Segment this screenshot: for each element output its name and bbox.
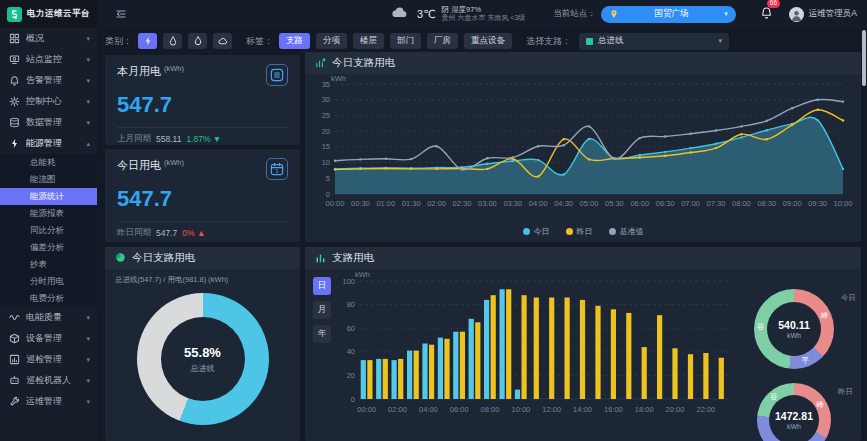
sidebar-item-device-mgmt[interactable]: 设备管理▾: [0, 328, 97, 349]
svg-text:09:30: 09:30: [808, 199, 827, 208]
month-usage-value: 547.7: [117, 92, 288, 118]
notifications-button[interactable]: 66: [760, 5, 773, 23]
svg-text:03:00: 03:00: [478, 199, 497, 208]
today-usage-card: 今日用电 (kWh) 1 547.7 昨日同期 547.7 0% ▲: [105, 149, 300, 242]
header-right: 3℃ 阴 湿度97% 贵州 六盘水市 东南风 <3级 当前站点： 国贸广场 ▾: [387, 5, 867, 24]
branch-dropdown[interactable]: 总进线▾: [579, 33, 729, 50]
legend-item-昨日[interactable]: 昨日: [566, 226, 593, 237]
tou-segment-label-谷: 谷: [757, 322, 765, 332]
svg-text:00:00: 00:00: [357, 405, 376, 414]
bar-chart-icon: [315, 249, 326, 267]
sidebar-subitem[interactable]: 抄表: [0, 256, 97, 273]
tou-yesterday-unit: kWh: [787, 423, 801, 430]
chevron-down-icon: ▾: [86, 56, 90, 64]
period-button-日[interactable]: 日: [313, 277, 331, 295]
location-pin-icon: [609, 5, 619, 23]
svg-text:10: 10: [322, 158, 330, 167]
robot-icon: [9, 375, 20, 386]
legend-dot: [523, 228, 530, 235]
svg-text:02:00: 02:00: [388, 405, 407, 414]
sidebar-menu: 概况▾站点监控▾告警管理▾控制中心▾数据管理▾能源管理▴总能耗能流图能源统计能源…: [0, 28, 97, 441]
sidebar-item-power-quality[interactable]: 电能质量▾: [0, 307, 97, 328]
sidebar-subitem[interactable]: 能源报表: [0, 205, 97, 222]
chevron-down-icon: ▾: [86, 35, 90, 43]
list-icon: [266, 64, 288, 86]
bar-chart-title: 支路用电: [332, 251, 374, 265]
type-button-electricity[interactable]: [138, 33, 157, 49]
period-button-年[interactable]: 年: [313, 325, 331, 343]
sidebar-item-overview[interactable]: 概况▾: [0, 28, 97, 49]
top-header: 电力运维云平台 3℃ 阴 湿度97% 贵州 六盘水市 东南风 <3级 当前站点：: [0, 0, 867, 28]
svg-text:09:00: 09:00: [783, 199, 802, 208]
sidebar-item-inspection-robot[interactable]: 巡检机器人▾: [0, 370, 97, 391]
sidebar-subitem[interactable]: 同比分析: [0, 222, 97, 239]
sidebar-item-ops-mgmt[interactable]: 运维管理▾: [0, 391, 97, 412]
line-chart: kWh0510152025303500:0000:3001:0001:3002:…: [305, 74, 861, 228]
avatar: [789, 7, 804, 22]
legend-item-基准值[interactable]: 基准值: [609, 226, 644, 237]
chevron-down-icon: ▾: [86, 77, 90, 85]
calendar-icon: 1: [266, 158, 288, 180]
svg-text:80: 80: [347, 300, 355, 309]
trend-down-icon: ▼: [213, 134, 221, 144]
svg-text:30: 30: [322, 95, 330, 104]
type-button-water[interactable]: [163, 33, 182, 49]
sidebar-item-inspection-mgmt[interactable]: 巡检管理▾: [0, 349, 97, 370]
drop-icon: [168, 36, 178, 46]
svg-text:01:00: 01:00: [376, 199, 395, 208]
month-delta: 1.87% ▼: [186, 134, 221, 144]
trend-up-icon: ▲: [197, 228, 205, 238]
sidebar-collapse-icon[interactable]: [115, 8, 127, 20]
cloud-icon: [218, 36, 228, 46]
chevron-down-icon: ▾: [86, 398, 90, 406]
tag-button[interactable]: 楼层: [353, 33, 384, 49]
svg-text:00:00: 00:00: [326, 199, 345, 208]
svg-text:12:00: 12:00: [542, 405, 561, 414]
svg-text:01:30: 01:30: [402, 199, 421, 208]
sidebar-item-control-center[interactable]: 控制中心▾: [0, 91, 97, 112]
sidebar-subitem[interactable]: 分时用电: [0, 273, 97, 290]
tou-yesterday-value: 1472.81: [775, 410, 813, 422]
weather-widget: 3℃ 阴 湿度97% 贵州 六盘水市 东南风 <3级: [387, 5, 525, 24]
station-dropdown[interactable]: 国贸广场 ▾: [601, 6, 736, 23]
sidebar-item-alarm-mgmt[interactable]: 告警管理▾: [0, 70, 97, 91]
sidebar-subitem[interactable]: 能源统计: [0, 188, 97, 205]
tag-button[interactable]: 重点设备: [464, 33, 512, 49]
svg-text:07:30: 07:30: [707, 199, 726, 208]
svg-text:25: 25: [322, 111, 330, 120]
tag-button[interactable]: 厂房: [427, 33, 458, 49]
tag-button[interactable]: 部门: [390, 33, 421, 49]
legend-dot: [609, 228, 616, 235]
weather-location: 贵州 六盘水市 东南风 <3级: [442, 14, 526, 23]
sidebar-item-station-monitor[interactable]: 站点监控▾: [0, 49, 97, 70]
svg-text:10:00: 10:00: [834, 199, 853, 208]
chevron-down-icon: ▾: [86, 119, 90, 127]
svg-text:05:30: 05:30: [605, 199, 624, 208]
svg-text:05:00: 05:00: [580, 199, 599, 208]
cube-icon: [9, 333, 20, 344]
sidebar-item-data-mgmt[interactable]: 数据管理▾: [0, 112, 97, 133]
sidebar-item-label: 设备管理: [26, 332, 80, 345]
svg-text:06:30: 06:30: [656, 199, 675, 208]
sidebar-item-label: 能源管理: [26, 137, 80, 150]
sidebar-subitem[interactable]: 能流图: [0, 171, 97, 188]
tag-button[interactable]: 支路: [279, 33, 310, 49]
type-button-steam[interactable]: [213, 33, 232, 49]
sidebar-item-label: 数据管理: [26, 116, 80, 129]
scrollbar-thumb[interactable]: [862, 30, 866, 86]
sidebar-subitem[interactable]: 偏差分析: [0, 239, 97, 256]
load-center-label: 总进线: [191, 363, 215, 374]
period-button-月[interactable]: 月: [313, 301, 331, 319]
station-label: 当前站点：: [553, 8, 596, 20]
chevron-down-icon: ▾: [718, 37, 722, 45]
type-button-gas[interactable]: [188, 33, 207, 49]
sidebar-item-label: 控制中心: [26, 95, 80, 108]
user-menu[interactable]: 运维管理员A: [789, 7, 857, 22]
sidebar-subitem[interactable]: 总能耗: [0, 154, 97, 171]
sidebar-subitem[interactable]: 电费分析: [0, 290, 97, 307]
svg-text:08:30: 08:30: [757, 199, 776, 208]
chevron-down-icon: ▾: [86, 335, 90, 343]
legend-item-今日[interactable]: 今日: [523, 226, 550, 237]
tag-button[interactable]: 分项: [316, 33, 347, 49]
sidebar-item-energy-mgmt[interactable]: 能源管理▴: [0, 133, 97, 154]
